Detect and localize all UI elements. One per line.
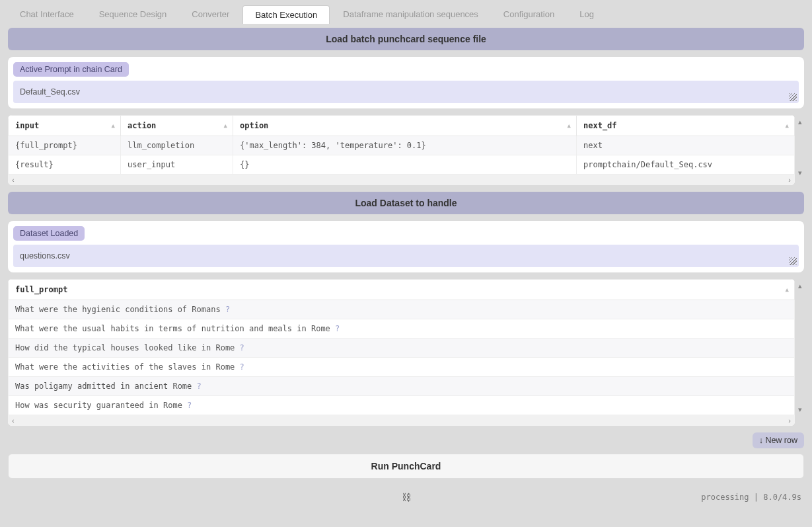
tab-batch-execution[interactable]: Batch Execution: [242, 5, 330, 24]
sort-icon[interactable]: ▲: [786, 287, 789, 293]
table-row[interactable]: How was security guaranteed in Rome ?: [9, 396, 795, 415]
cell-input[interactable]: {full_prompt}: [9, 136, 121, 155]
cell-next_df[interactable]: promptchain/Default_Seq.csv: [577, 155, 795, 175]
sort-icon[interactable]: ▲: [224, 123, 227, 129]
cell-action[interactable]: llm_completion: [121, 136, 233, 155]
tab-dataframe-manipulation-sequences[interactable]: Dataframe manipulation sequences: [331, 5, 490, 24]
sequence-table: input▲ action▲ option▲ next_df▲ {full_pr…: [8, 115, 795, 175]
sort-icon[interactable]: ▲: [786, 123, 789, 129]
scroll-left-icon[interactable]: ‹: [12, 176, 15, 184]
status-text: processing | 8.0/4.9s: [701, 493, 801, 502]
col-action[interactable]: action▲: [121, 116, 233, 136]
v-scrollbar[interactable]: ▴ ▾: [796, 118, 804, 177]
dataset-badge: Dataset Loaded: [13, 226, 85, 241]
scroll-left-icon[interactable]: ‹: [12, 417, 15, 425]
scroll-right-icon[interactable]: ›: [788, 417, 791, 425]
table-row[interactable]: What were the activities of the slaves i…: [9, 358, 795, 377]
app-root: Chat InterfaceSequence DesignConverterBa…: [0, 0, 812, 510]
table-row[interactable]: Was poligamy admitted in ancient Rome ?: [9, 377, 795, 396]
scroll-right-icon[interactable]: ›: [788, 176, 791, 184]
tab-chat-interface[interactable]: Chat Interface: [8, 5, 86, 24]
table-row[interactable]: What were the usual habits in terms of n…: [9, 319, 795, 339]
sort-icon[interactable]: ▲: [568, 123, 571, 129]
cell-full-prompt[interactable]: How did the typical houses looked like i…: [9, 339, 795, 358]
col-input[interactable]: input▲: [9, 116, 121, 136]
dataset-file-field[interactable]: questions.csv: [13, 245, 799, 267]
col-next-df[interactable]: next_df▲: [577, 116, 795, 136]
tab-configuration[interactable]: Configuration: [492, 5, 566, 24]
cell-option[interactable]: {'max_length': 384, 'temperature': 0.1}: [233, 136, 577, 155]
logo-icon: ⛓: [402, 492, 411, 503]
col-full-prompt[interactable]: full_prompt▲: [9, 280, 795, 300]
cell-full-prompt[interactable]: Was poligamy admitted in ancient Rome ?: [9, 377, 795, 396]
cell-next_df[interactable]: next: [577, 136, 795, 155]
scroll-down-icon[interactable]: ▾: [798, 169, 802, 177]
resize-handle-icon[interactable]: [789, 257, 797, 265]
cell-option[interactable]: {}: [233, 155, 577, 175]
cell-full-prompt[interactable]: How was security guaranteed in Rome ?: [9, 396, 795, 415]
h-scrollbar[interactable]: ‹ ›: [8, 175, 795, 185]
cell-input[interactable]: {result}: [9, 155, 121, 175]
load-dataset-button[interactable]: Load Dataset to handle: [8, 192, 804, 214]
footer: ⛓ processing | 8.0/4.9s: [8, 489, 804, 505]
h-scrollbar[interactable]: ‹ ›: [8, 415, 795, 426]
new-row-button[interactable]: ↓ New row: [753, 432, 804, 448]
main-area: Load batch punchcard sequence file Activ…: [8, 28, 804, 505]
dataset-table: full_prompt▲ What were the hygienic cond…: [8, 279, 795, 415]
dataset-table-container: full_prompt▲ What were the hygienic cond…: [8, 279, 795, 426]
cell-action[interactable]: user_input: [121, 155, 233, 175]
active-prompt-panel: Active Prompt in chain Card Default_Seq.…: [8, 57, 804, 108]
cell-full-prompt[interactable]: What were the activities of the slaves i…: [9, 358, 795, 377]
sequence-file-field[interactable]: Default_Seq.csv: [13, 81, 799, 103]
tab-sequence-design[interactable]: Sequence Design: [87, 5, 179, 24]
cell-full-prompt[interactable]: What were the hygienic conditions of Rom…: [9, 300, 795, 319]
sequence-file-value: Default_Seq.csv: [20, 87, 80, 97]
scroll-up-icon[interactable]: ▴: [798, 118, 802, 126]
new-row-container: ↓ New row: [8, 432, 804, 448]
tab-converter[interactable]: Converter: [180, 5, 241, 24]
table-row[interactable]: What were the hygienic conditions of Rom…: [9, 300, 795, 319]
v-scrollbar[interactable]: ▴ ▾: [796, 282, 804, 414]
table-row[interactable]: {full_prompt}llm_completion{'max_length'…: [9, 136, 795, 155]
table-row[interactable]: How did the typical houses looked like i…: [9, 339, 795, 358]
sequence-table-container: input▲ action▲ option▲ next_df▲ {full_pr…: [8, 115, 795, 185]
resize-handle-icon[interactable]: [789, 93, 797, 101]
run-punchcard-button[interactable]: Run PunchCard: [8, 454, 804, 479]
table-row[interactable]: {result}user_input{}promptchain/Default_…: [9, 155, 795, 175]
dataset-file-value: questions.csv: [20, 251, 70, 261]
active-prompt-badge: Active Prompt in chain Card: [13, 62, 129, 77]
load-sequence-button[interactable]: Load batch punchcard sequence file: [8, 28, 804, 50]
tab-log[interactable]: Log: [568, 5, 606, 24]
tab-bar: Chat InterfaceSequence DesignConverterBa…: [8, 5, 804, 24]
sort-icon[interactable]: ▲: [112, 123, 115, 129]
cell-full-prompt[interactable]: What were the usual habits in terms of n…: [9, 319, 795, 339]
dataset-panel: Dataset Loaded questions.csv: [8, 221, 804, 272]
col-option[interactable]: option▲: [233, 116, 577, 136]
scroll-up-icon[interactable]: ▴: [798, 282, 802, 290]
scroll-down-icon[interactable]: ▾: [798, 405, 802, 414]
